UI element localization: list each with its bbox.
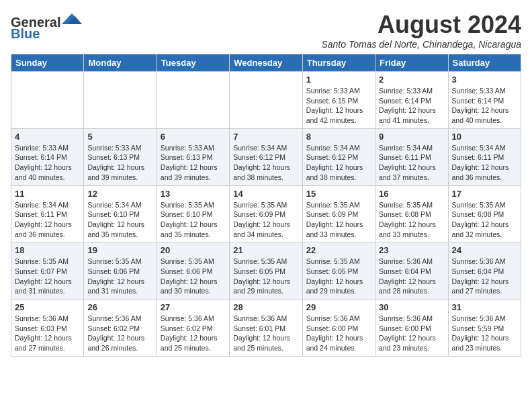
calendar-cell: 30Sunrise: 5:36 AM Sunset: 6:00 PM Dayli… [375,300,448,357]
day-info: Sunrise: 5:36 AM Sunset: 6:01 PM Dayligh… [233,314,298,353]
day-info: Sunrise: 5:36 AM Sunset: 6:04 PM Dayligh… [379,257,444,296]
calendar-cell: 23Sunrise: 5:36 AM Sunset: 6:04 PM Dayli… [375,242,448,300]
calendar-week-row: 11Sunrise: 5:34 AM Sunset: 6:11 PM Dayli… [11,185,521,242]
day-number: 17 [452,189,517,199]
calendar-week-row: 1Sunrise: 5:33 AM Sunset: 6:15 PM Daylig… [11,72,521,129]
calendar-body: 1Sunrise: 5:33 AM Sunset: 6:15 PM Daylig… [11,72,521,357]
day-number: 8 [306,132,371,142]
day-info: Sunrise: 5:35 AM Sunset: 6:07 PM Dayligh… [15,257,80,296]
calendar-cell [11,72,84,129]
day-number: 19 [87,245,152,255]
calendar-cell: 29Sunrise: 5:36 AM Sunset: 6:00 PM Dayli… [302,300,375,357]
day-info: Sunrise: 5:35 AM Sunset: 6:08 PM Dayligh… [379,200,444,240]
month-year: August 2024 [321,11,521,39]
day-number: 23 [379,245,444,255]
weekday-header-monday: Monday [84,54,157,72]
header: General Blue August 2024 Santo Tomas del… [11,11,521,50]
day-number: 26 [87,302,152,312]
calendar-cell: 2Sunrise: 5:33 AM Sunset: 6:14 PM Daylig… [375,72,448,129]
calendar-table: SundayMondayTuesdayWednesdayThursdayFrid… [11,54,521,357]
weekday-header-friday: Friday [375,54,448,72]
day-number: 20 [161,245,226,255]
calendar-cell: 18Sunrise: 5:35 AM Sunset: 6:07 PM Dayli… [11,242,84,300]
day-number: 5 [87,132,152,142]
day-info: Sunrise: 5:35 AM Sunset: 6:06 PM Dayligh… [87,257,152,296]
day-number: 15 [306,189,371,199]
day-info: Sunrise: 5:34 AM Sunset: 6:11 PM Dayligh… [452,143,517,183]
calendar-cell: 21Sunrise: 5:35 AM Sunset: 6:05 PM Dayli… [230,242,302,300]
day-info: Sunrise: 5:35 AM Sunset: 6:09 PM Dayligh… [233,200,298,240]
day-number: 28 [233,302,298,312]
calendar-header: SundayMondayTuesdayWednesdayThursdayFrid… [11,54,521,72]
calendar-cell: 25Sunrise: 5:36 AM Sunset: 6:03 PM Dayli… [11,300,84,357]
weekday-header-sunday: Sunday [11,54,84,72]
calendar-cell: 3Sunrise: 5:33 AM Sunset: 6:14 PM Daylig… [448,72,521,129]
weekday-header-wednesday: Wednesday [230,54,302,72]
calendar-cell: 17Sunrise: 5:35 AM Sunset: 6:08 PM Dayli… [448,185,521,242]
day-info: Sunrise: 5:35 AM Sunset: 6:06 PM Dayligh… [161,257,226,296]
calendar-cell: 28Sunrise: 5:36 AM Sunset: 6:01 PM Dayli… [230,300,302,357]
day-info: Sunrise: 5:33 AM Sunset: 6:14 PM Dayligh… [15,143,80,183]
calendar-cell: 8Sunrise: 5:34 AM Sunset: 6:12 PM Daylig… [302,128,375,185]
day-number: 18 [15,245,80,255]
title-area: August 2024 Santo Tomas del Norte, China… [321,11,521,50]
day-info: Sunrise: 5:33 AM Sunset: 6:13 PM Dayligh… [87,143,152,183]
day-info: Sunrise: 5:34 AM Sunset: 6:12 PM Dayligh… [233,143,298,183]
day-number: 2 [379,75,444,85]
day-info: Sunrise: 5:35 AM Sunset: 6:09 PM Dayligh… [306,200,371,240]
day-number: 22 [306,245,371,255]
day-info: Sunrise: 5:34 AM Sunset: 6:10 PM Dayligh… [87,200,152,240]
day-info: Sunrise: 5:35 AM Sunset: 6:10 PM Dayligh… [161,200,226,240]
day-number: 3 [452,75,517,85]
day-number: 31 [452,302,517,312]
day-number: 12 [87,189,152,199]
day-info: Sunrise: 5:34 AM Sunset: 6:11 PM Dayligh… [379,143,444,183]
calendar-cell: 31Sunrise: 5:36 AM Sunset: 5:59 PM Dayli… [448,300,521,357]
day-number: 21 [233,245,298,255]
weekday-header-row: SundayMondayTuesdayWednesdayThursdayFrid… [11,54,521,72]
day-info: Sunrise: 5:33 AM Sunset: 6:13 PM Dayligh… [161,143,226,183]
calendar-cell: 15Sunrise: 5:35 AM Sunset: 6:09 PM Dayli… [302,185,375,242]
day-info: Sunrise: 5:33 AM Sunset: 6:14 PM Dayligh… [452,86,517,126]
day-info: Sunrise: 5:35 AM Sunset: 6:08 PM Dayligh… [452,200,517,240]
day-info: Sunrise: 5:34 AM Sunset: 6:12 PM Dayligh… [306,143,371,183]
calendar-cell: 14Sunrise: 5:35 AM Sunset: 6:09 PM Dayli… [230,185,302,242]
calendar-cell: 11Sunrise: 5:34 AM Sunset: 6:11 PM Dayli… [11,185,84,242]
logo-blue-text: Blue [11,26,40,42]
calendar-cell: 20Sunrise: 5:35 AM Sunset: 6:06 PM Dayli… [157,242,229,300]
day-number: 29 [306,302,371,312]
day-info: Sunrise: 5:36 AM Sunset: 6:04 PM Dayligh… [452,257,517,296]
weekday-header-tuesday: Tuesday [157,54,229,72]
calendar-cell: 12Sunrise: 5:34 AM Sunset: 6:10 PM Dayli… [84,185,157,242]
calendar-cell: 9Sunrise: 5:34 AM Sunset: 6:11 PM Daylig… [375,128,448,185]
location: Santo Tomas del Norte, Chinandega, Nicar… [321,39,521,50]
calendar-cell: 10Sunrise: 5:34 AM Sunset: 6:11 PM Dayli… [448,128,521,185]
day-number: 16 [379,189,444,199]
day-number: 30 [379,302,444,312]
day-number: 6 [161,132,226,142]
calendar-cell [157,72,229,129]
day-info: Sunrise: 5:33 AM Sunset: 6:14 PM Dayligh… [379,86,444,126]
day-number: 10 [452,132,517,142]
calendar-week-row: 25Sunrise: 5:36 AM Sunset: 6:03 PM Dayli… [11,300,521,357]
calendar-cell [84,72,157,129]
calendar-cell: 4Sunrise: 5:33 AM Sunset: 6:14 PM Daylig… [11,128,84,185]
day-number: 11 [15,189,80,199]
calendar-cell: 22Sunrise: 5:35 AM Sunset: 6:05 PM Dayli… [302,242,375,300]
day-info: Sunrise: 5:36 AM Sunset: 6:00 PM Dayligh… [306,314,371,353]
calendar-cell: 5Sunrise: 5:33 AM Sunset: 6:13 PM Daylig… [84,128,157,185]
calendar-week-row: 18Sunrise: 5:35 AM Sunset: 6:07 PM Dayli… [11,242,521,300]
day-info: Sunrise: 5:34 AM Sunset: 6:11 PM Dayligh… [15,200,80,240]
weekday-header-thursday: Thursday [302,54,375,72]
day-info: Sunrise: 5:35 AM Sunset: 6:05 PM Dayligh… [233,257,298,296]
calendar-cell: 13Sunrise: 5:35 AM Sunset: 6:10 PM Dayli… [157,185,229,242]
calendar-cell: 7Sunrise: 5:34 AM Sunset: 6:12 PM Daylig… [230,128,302,185]
calendar-cell: 27Sunrise: 5:36 AM Sunset: 6:02 PM Dayli… [157,300,229,357]
calendar-cell: 1Sunrise: 5:33 AM Sunset: 6:15 PM Daylig… [302,72,375,129]
day-info: Sunrise: 5:36 AM Sunset: 6:00 PM Dayligh… [379,314,444,353]
calendar-week-row: 4Sunrise: 5:33 AM Sunset: 6:14 PM Daylig… [11,128,521,185]
day-info: Sunrise: 5:36 AM Sunset: 6:02 PM Dayligh… [161,314,226,353]
day-info: Sunrise: 5:36 AM Sunset: 5:59 PM Dayligh… [452,314,517,353]
weekday-header-saturday: Saturday [448,54,521,72]
logo: General Blue [11,11,82,42]
